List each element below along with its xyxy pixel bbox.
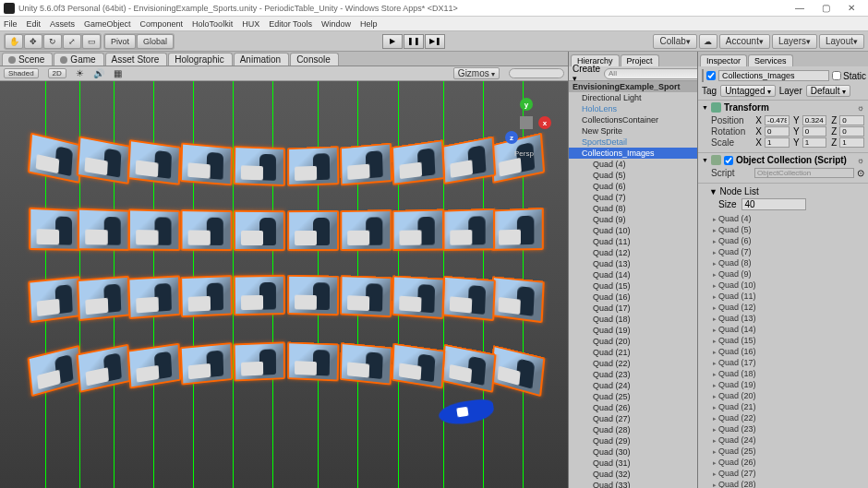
- position-y[interactable]: [802, 115, 827, 125]
- hierarchy-item[interactable]: Quad (8): [569, 203, 697, 214]
- menu-edit[interactable]: Edit: [27, 19, 42, 29]
- node-list-item[interactable]: Quad (24): [702, 434, 864, 446]
- scene-quad[interactable]: [234, 146, 285, 186]
- component-enabled-checkbox[interactable]: [724, 156, 733, 165]
- rotation-y[interactable]: [802, 126, 827, 137]
- hierarchy-item[interactable]: Quad (11): [569, 236, 697, 247]
- scene-quad[interactable]: [76, 344, 130, 393]
- cloud-button[interactable]: ☁: [699, 34, 717, 49]
- hierarchy-item[interactable]: HoloLens: [569, 103, 697, 114]
- node-list-item[interactable]: Quad (20): [702, 390, 864, 401]
- position-z[interactable]: [839, 115, 864, 125]
- scene-quad[interactable]: [287, 210, 339, 251]
- layout-dropdown[interactable]: Layout ▾: [819, 34, 864, 49]
- node-list-item[interactable]: Quad (26): [702, 457, 864, 468]
- menu-window[interactable]: Window: [321, 19, 351, 29]
- node-list-item[interactable]: Quad (17): [702, 357, 864, 368]
- layer-dropdown[interactable]: Default ▾: [806, 85, 850, 97]
- tab-holographic[interactable]: Holographic: [168, 53, 232, 65]
- hierarchy-item[interactable]: Quad (28): [569, 424, 697, 435]
- maximize-button[interactable]: ▢: [813, 1, 838, 16]
- node-list-item[interactable]: Quad (25): [702, 446, 864, 457]
- close-button[interactable]: ✕: [838, 1, 864, 16]
- hierarchy-item[interactable]: Quad (20): [569, 336, 697, 347]
- scene-quad[interactable]: [442, 276, 496, 321]
- menu-gameobject[interactable]: GameObject: [84, 19, 131, 29]
- menu-help[interactable]: Help: [360, 19, 378, 29]
- hierarchy-item[interactable]: Quad (5): [569, 170, 697, 181]
- scene-quad[interactable]: [441, 344, 496, 393]
- tab-game[interactable]: Game: [54, 53, 103, 65]
- hierarchy-item[interactable]: Quad (17): [569, 303, 697, 314]
- node-list-item[interactable]: Quad (4): [702, 213, 864, 224]
- fold-icon[interactable]: ▼: [702, 157, 708, 163]
- node-list-item[interactable]: Quad (15): [702, 335, 864, 346]
- rect-tool[interactable]: ▭: [82, 34, 101, 49]
- step-button[interactable]: ▶❚: [425, 34, 445, 49]
- hierarchy-item[interactable]: Quad (10): [569, 225, 697, 236]
- node-list-item[interactable]: Quad (28): [702, 479, 864, 488]
- node-list[interactable]: ▼ Node List Size Quad (4)Quad (5)Quad (6…: [698, 184, 868, 488]
- 2d-toggle[interactable]: 2D: [48, 68, 66, 78]
- layers-dropdown[interactable]: Layers ▾: [772, 34, 817, 49]
- scene-quad[interactable]: [234, 341, 285, 381]
- scene-quad[interactable]: [180, 342, 233, 385]
- tag-dropdown[interactable]: Untagged ▾: [720, 85, 776, 97]
- menu-holotoolkit[interactable]: HoloToolkit: [192, 19, 233, 29]
- hierarchy-item[interactable]: Quad (24): [569, 380, 697, 391]
- menu-hux[interactable]: HUX: [242, 19, 259, 29]
- tab-project[interactable]: Project: [621, 54, 659, 66]
- rotation-z[interactable]: [839, 126, 864, 137]
- hierarchy-item[interactable]: Collections_Images: [569, 148, 697, 159]
- scene-search[interactable]: [509, 68, 564, 78]
- hierarchy-item[interactable]: Quad (30): [569, 446, 697, 458]
- scene-quad[interactable]: [180, 143, 233, 186]
- menu-editortools[interactable]: Editor Tools: [269, 19, 312, 29]
- gear-icon[interactable]: ☼: [857, 103, 864, 113]
- orientation-gizmo[interactable]: x y z Persp: [503, 100, 549, 146]
- node-list-item[interactable]: Quad (13): [702, 313, 864, 324]
- hierarchy-item[interactable]: CollectionsContainer: [569, 114, 697, 125]
- scene-quad[interactable]: [491, 208, 544, 251]
- gear-icon[interactable]: ☼: [857, 156, 864, 165]
- tab-assetstore[interactable]: Asset Store: [105, 53, 168, 65]
- hierarchy-create[interactable]: Create ▾: [573, 64, 600, 83]
- scene-quad[interactable]: [287, 146, 339, 186]
- rotate-tool[interactable]: ↻: [43, 34, 62, 49]
- shaded-dropdown[interactable]: Shaded: [4, 68, 39, 78]
- size-field[interactable]: [741, 198, 806, 210]
- node-list-item[interactable]: Quad (19): [702, 379, 864, 390]
- fx-icon[interactable]: ▦: [114, 68, 122, 78]
- gameobject-name-field[interactable]: [718, 70, 829, 81]
- lighting-icon[interactable]: ☀: [76, 68, 84, 78]
- scene-quad[interactable]: [287, 341, 339, 381]
- rotation-x[interactable]: [765, 126, 790, 137]
- global-toggle[interactable]: Global: [137, 34, 174, 49]
- scene-viewport[interactable]: x y z Persp: [0, 81, 568, 488]
- move-tool[interactable]: ✥: [24, 34, 42, 49]
- scene-quad[interactable]: [490, 276, 544, 323]
- scene-quad[interactable]: [442, 208, 495, 250]
- hierarchy-item[interactable]: Quad (15): [569, 280, 697, 292]
- scene-quad[interactable]: [28, 345, 83, 397]
- scene-quad[interactable]: [340, 209, 392, 251]
- node-list-item[interactable]: Quad (23): [702, 423, 864, 434]
- object-picker-icon[interactable]: ⊙: [857, 168, 864, 178]
- menu-component[interactable]: Component: [140, 19, 184, 29]
- scale-tool[interactable]: ⤢: [63, 34, 81, 49]
- position-x[interactable]: [765, 115, 790, 125]
- audio-icon[interactable]: 🔊: [93, 68, 104, 78]
- minimize-button[interactable]: —: [787, 1, 813, 16]
- tab-services[interactable]: Services: [748, 54, 793, 66]
- hierarchy-item[interactable]: Quad (6): [569, 181, 697, 192]
- hierarchy-item[interactable]: Quad (14): [569, 269, 697, 280]
- hierarchy-item[interactable]: New Sprite: [569, 125, 697, 137]
- scene-quad[interactable]: [77, 276, 130, 321]
- collab-dropdown[interactable]: Collab ▾: [653, 34, 696, 49]
- scene-quad[interactable]: [340, 143, 392, 186]
- gameobject-active-checkbox[interactable]: [706, 71, 716, 80]
- scene-quad[interactable]: [340, 275, 392, 317]
- account-dropdown[interactable]: Account ▾: [719, 34, 770, 49]
- node-list-item[interactable]: Quad (21): [702, 401, 864, 412]
- node-list-item[interactable]: Quad (14): [702, 324, 864, 335]
